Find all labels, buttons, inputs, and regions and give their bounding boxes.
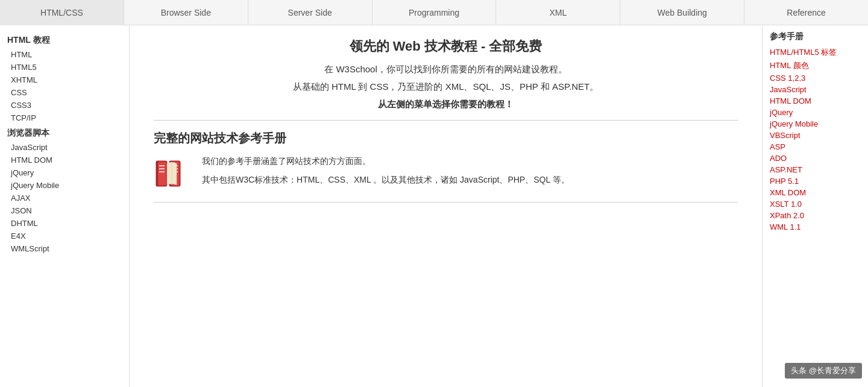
hero-sub1: 在 W3School，你可以找到你所需要的所有的网站建设教程。 [154, 64, 738, 75]
sidebar-link-css3[interactable]: CSS3 [0, 99, 129, 112]
sidebar-link-ajax[interactable]: AJAX [0, 192, 129, 204]
nav-html-css[interactable]: HTML/CSS [0, 0, 124, 25]
nav-programming[interactable]: Programming [373, 0, 497, 25]
left-sidebar: HTML 教程 HTML HTML5 XHTML CSS CSS3 TCP/IP… [0, 25, 130, 387]
ref-link-css[interactable]: CSS 1,2,3 [770, 72, 861, 84]
sidebar-section-html: HTML 教程 [0, 31, 129, 48]
ref-link-asp[interactable]: ASP [770, 141, 861, 153]
ref-link-jquery-mobile[interactable]: jQuery Mobile [770, 118, 861, 130]
sidebar-link-javascript[interactable]: JavaScript [0, 141, 129, 154]
section1-title: 完整的网站技术参考手册 [154, 130, 738, 146]
ref-link-wml[interactable]: WML 1.1 [770, 221, 861, 233]
svg-rect-5 [156, 161, 158, 186]
top-navigation: HTML/CSS Browser Side Server Side Progra… [0, 0, 868, 25]
hero-cta: 从左侧的菜单选择你需要的教程！ [154, 99, 738, 110]
ref-link-ado[interactable]: ADO [770, 153, 861, 164]
nav-reference[interactable]: Reference [744, 0, 868, 25]
nav-web-building[interactable]: Web Building [620, 0, 744, 25]
sidebar-link-xhtml[interactable]: XHTML [0, 74, 129, 86]
divider-1 [154, 120, 738, 121]
section1-text: 我们的参考手册涵盖了网站技术的方方面面。 其中包括W3C标准技术：HTML、CS… [202, 154, 570, 187]
divider-2 [154, 202, 738, 203]
nav-browser-side[interactable]: Browser Side [124, 0, 248, 25]
right-sidebar: 参考手册 HTML/HTML5 标签 HTML 颜色 CSS 1,2,3 Jav… [763, 25, 868, 387]
sidebar-link-css[interactable]: CSS [0, 86, 129, 99]
main-content: 领先的 Web 技术教程 - 全部免费 在 W3School，你可以找到你所需要… [130, 25, 763, 387]
ref-link-xmldom[interactable]: XML DOM [770, 187, 861, 198]
book-icon [154, 156, 190, 192]
nav-xml[interactable]: XML [496, 0, 620, 25]
sidebar-link-json[interactable]: JSON [0, 204, 129, 217]
sidebar-link-dhtml[interactable]: DHTML [0, 217, 129, 230]
section1-body: 我们的参考手册涵盖了网站技术的方方面面。 其中包括W3C标准技术：HTML、CS… [154, 154, 738, 192]
ref-link-html-color[interactable]: HTML 颜色 [770, 59, 861, 72]
sidebar-link-wmlscript[interactable]: WMLScript [0, 242, 129, 255]
sidebar-link-jquery-mobile[interactable]: jQuery Mobile [0, 179, 129, 192]
right-section-title: 参考手册 [770, 31, 861, 42]
sidebar-link-tcpip[interactable]: TCP/IP [0, 112, 129, 124]
ref-link-jquery[interactable]: jQuery [770, 107, 861, 118]
ref-link-vbscript[interactable]: VBScript [770, 130, 861, 141]
ref-link-aspnet[interactable]: ASP.NET [770, 164, 861, 175]
section1-text2: 其中包括W3C标准技术：HTML、CSS、XML 。以及其他技术，诸如 Java… [202, 172, 570, 187]
ref-link-xpath[interactable]: XPath 2.0 [770, 210, 861, 221]
sidebar-section-browser: 浏览器脚本 [0, 124, 129, 141]
nav-server-side[interactable]: Server Side [248, 0, 373, 25]
sidebar-link-jquery[interactable]: jQuery [0, 166, 129, 179]
ref-link-html-tags[interactable]: HTML/HTML5 标签 [770, 46, 861, 59]
ref-link-javascript[interactable]: JavaScript [770, 84, 861, 95]
ref-link-php[interactable]: PHP 5.1 [770, 175, 861, 187]
ref-link-htmldom[interactable]: HTML DOM [770, 95, 861, 107]
section1-text1: 我们的参考手册涵盖了网站技术的方方面面。 [202, 154, 570, 169]
page-layout: HTML 教程 HTML HTML5 XHTML CSS CSS3 TCP/IP… [0, 25, 868, 387]
sidebar-link-e4x[interactable]: E4X [0, 230, 129, 242]
hero-title: 领先的 Web 技术教程 - 全部免费 [154, 37, 738, 55]
sidebar-link-html[interactable]: HTML [0, 48, 129, 61]
sidebar-link-htmldom[interactable]: HTML DOM [0, 154, 129, 166]
hero-sub2: 从基础的 HTML 到 CSS，乃至进阶的 XML、SQL、JS、PHP 和 A… [154, 81, 738, 93]
sidebar-link-html5[interactable]: HTML5 [0, 61, 129, 74]
ref-link-xslt[interactable]: XSLT 1.0 [770, 198, 861, 210]
